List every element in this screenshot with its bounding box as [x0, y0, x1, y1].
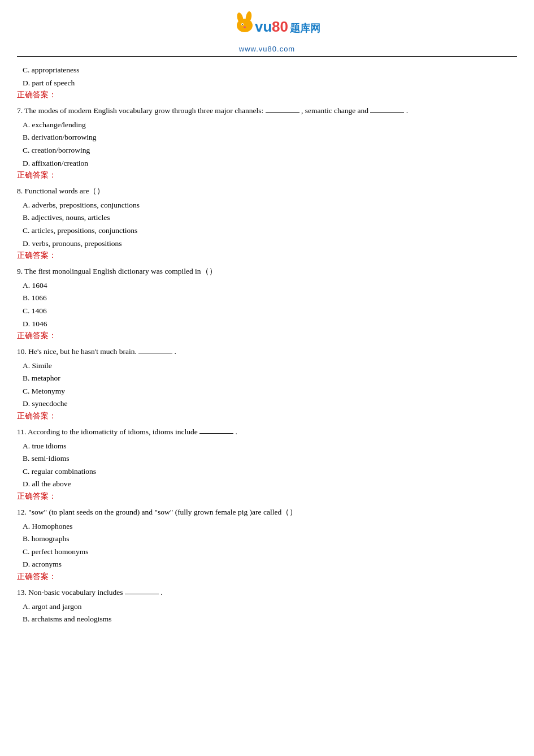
q11-content: According to the idiomaticity of idioms,…	[28, 427, 237, 436]
svg-point-2	[237, 19, 253, 32]
answer-label-0: 正确答案：	[17, 90, 517, 100]
question-9: 9. The first monolingual English diction…	[17, 265, 517, 341]
q10-option-b: B. metaphor	[23, 372, 517, 385]
q10-content: He's nice, but he hasn't much brain. .	[28, 347, 176, 356]
prev-question-options: C. appropriateness D. part of speech 正确答…	[17, 64, 517, 100]
q7-text: 7. The modes of modern English vocabular…	[17, 105, 517, 117]
q12-option-d: D. acronyms	[23, 558, 517, 571]
q12-content: "sow" (to plant seeds on the ground) and…	[28, 508, 297, 516]
q10-answer-label: 正确答案：	[17, 411, 517, 421]
q8-number: 8.	[17, 187, 23, 195]
option-d-part-of-speech: D. part of speech	[23, 77, 517, 89]
q9-option-a: A. 1604	[23, 279, 517, 292]
question-10: 10. He's nice, but he hasn't much brain.…	[17, 345, 517, 421]
q8-option-a: A. adverbs, prepositions, conjunctions	[23, 199, 517, 211]
q11-option-b: B. semi-idioms	[23, 452, 517, 465]
q10-number: 10.	[17, 347, 27, 356]
q9-text: 9. The first monolingual English diction…	[17, 265, 517, 278]
question-7: 7. The modes of modern English vocabular…	[17, 105, 517, 180]
q12-answer-label: 正确答案：	[17, 572, 517, 582]
svg-text:80: 80	[272, 18, 288, 35]
svg-text:题库网: 题库网	[290, 22, 320, 34]
q9-content: The first monolingual English dictionary…	[24, 267, 216, 275]
logo-area: vu 80 题库网 www.vu80.com	[17, 6, 517, 57]
q13-number: 13.	[17, 588, 27, 597]
q11-answer-label: 正确答案：	[17, 491, 517, 502]
q12-number: 12.	[17, 508, 27, 516]
q10-option-a: A. Simile	[23, 360, 517, 372]
q13-text: 13. Non-basic vocabulary includes .	[17, 586, 517, 599]
q7-blank2	[370, 105, 404, 113]
q7-blank1	[266, 105, 299, 113]
page-container: vu 80 题库网 www.vu80.com C. appropriatenes…	[0, 0, 534, 647]
q9-answer-label: 正确答案：	[17, 331, 517, 341]
q13-content: Non-basic vocabulary includes .	[28, 588, 162, 597]
q8-text: 8. Functional words are（）	[17, 185, 517, 197]
q7-option-a: A. exchange/lending	[23, 119, 517, 131]
q7-option-c: C. creation/borrowing	[23, 144, 517, 157]
svg-text:vu: vu	[255, 18, 272, 35]
svg-point-4	[242, 24, 243, 25]
q7-content: The modes of modern English vocabulary g…	[24, 106, 408, 115]
svg-point-5	[244, 27, 246, 28]
question-13: 13. Non-basic vocabulary includes . A. a…	[17, 586, 517, 625]
q10-option-d: D. synecdoche	[23, 398, 517, 410]
q12-option-b: B. homographs	[23, 533, 517, 545]
q9-option-c: C. 1406	[23, 305, 517, 317]
q10-option-c: C. Metonymy	[23, 385, 517, 398]
q8-option-d: D. verbs, pronouns, prepositions	[23, 237, 517, 250]
q11-option-a: A. true idioms	[23, 440, 517, 452]
logo-svg: vu 80 题库网	[211, 11, 324, 42]
q7-number: 7.	[17, 106, 23, 115]
q8-answer-label: 正确答案：	[17, 250, 517, 261]
q7-option-b: B. derivation/borrowing	[23, 131, 517, 144]
question-8: 8. Functional words are（） A. adverbs, pr…	[17, 185, 517, 261]
q11-text: 11. According to the idiomaticity of idi…	[17, 426, 517, 438]
q9-option-b: B. 1066	[23, 292, 517, 304]
q7-answer-label: 正确答案：	[17, 170, 517, 180]
q11-option-c: C. regular combinations	[23, 465, 517, 478]
q8-option-b: B. adjectives, nouns, articles	[23, 211, 517, 224]
logo-image: vu 80 题库网 www.vu80.com	[17, 11, 517, 53]
q12-option-a: A. Homophones	[23, 520, 517, 533]
q11-blank	[199, 426, 233, 434]
option-c-appropriateness: C. appropriateness	[23, 64, 517, 76]
logo-url: www.vu80.com	[17, 45, 517, 53]
q13-option-a: A. argot and jargon	[23, 601, 517, 613]
q11-option-d: D. all the above	[23, 478, 517, 490]
q13-option-b: B. archaisms and neologisms	[23, 613, 517, 625]
question-11: 11. According to the idiomaticity of idi…	[17, 426, 517, 502]
q13-blank	[125, 586, 159, 594]
q10-text: 10. He's nice, but he hasn't much brain.…	[17, 345, 517, 358]
q9-number: 9.	[17, 267, 23, 275]
q8-content: Functional words are（）	[25, 187, 105, 195]
q8-option-c: C. articles, prepositions, conjunctions	[23, 224, 517, 237]
q11-number: 11.	[17, 427, 26, 436]
q12-option-c: C. perfect homonyms	[23, 546, 517, 558]
q12-text: 12. "sow" (to plant seeds on the ground)…	[17, 506, 517, 519]
q10-blank	[138, 345, 172, 353]
question-12: 12. "sow" (to plant seeds on the ground)…	[17, 506, 517, 582]
q7-option-d: D. affixation/creation	[23, 157, 517, 170]
q9-option-d: D. 1046	[23, 318, 517, 330]
